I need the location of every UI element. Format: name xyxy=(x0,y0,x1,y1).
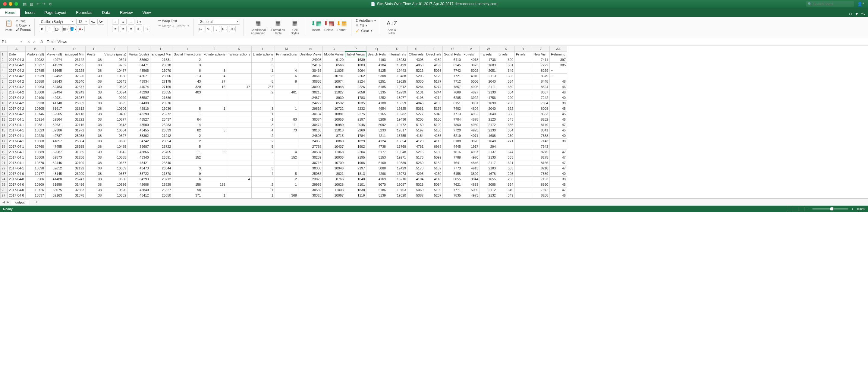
cell-B20[interactable]: 10808 xyxy=(25,155,45,160)
cell-D16[interactable]: 25958 xyxy=(63,133,86,139)
refresh-icon[interactable]: ⟳ xyxy=(49,2,52,6)
cell-AA19[interactable]: 47 xyxy=(550,149,567,155)
cell-D7[interactable]: 32577 xyxy=(63,84,86,90)
cell-O15[interactable]: 11018 xyxy=(323,127,345,133)
cell-O5[interactable]: 10791 xyxy=(323,73,345,79)
cell-M27[interactable]: 368 xyxy=(275,193,298,198)
cell-K3[interactable] xyxy=(227,62,251,68)
increase-indent-button[interactable]: ⇥ xyxy=(144,26,150,32)
cell-E10[interactable]: 38 xyxy=(86,100,103,106)
cell-Y2[interactable] xyxy=(515,57,532,62)
cell-I17[interactable]: 2 xyxy=(173,139,202,144)
cell-W26[interactable]: 2112 xyxy=(480,187,497,193)
cell-X17[interactable]: 271 xyxy=(497,139,515,144)
cell-F20[interactable]: 10555 xyxy=(103,155,128,160)
cell-V24[interactable]: 3844 xyxy=(462,176,480,182)
minimize-window-icon[interactable] xyxy=(9,2,12,6)
cell-A11[interactable]: 2017-04-2 xyxy=(7,106,25,111)
tab-page-layout[interactable]: Page Layout xyxy=(39,8,71,17)
col-header-F[interactable]: F xyxy=(103,46,128,52)
cell-E22[interactable]: 38 xyxy=(86,166,103,171)
row-header-22[interactable]: 22 xyxy=(0,166,7,171)
cell-S12[interactable]: 5277 xyxy=(407,111,425,117)
cell-V22[interactable]: 4913 xyxy=(462,166,480,171)
cell-T11[interactable]: 5176 xyxy=(425,106,443,111)
cell-X6[interactable]: 334 xyxy=(497,79,515,84)
cell-M16[interactable] xyxy=(275,133,298,139)
cell-F4[interactable]: 10487 xyxy=(103,68,128,73)
cell-O20[interactable]: 10906 xyxy=(323,155,345,160)
cell-H11[interactable]: 26036 xyxy=(150,106,173,111)
cell-C2[interactable]: 42974 xyxy=(45,57,63,62)
cell-H2[interactable]: 21531 xyxy=(150,57,173,62)
cell-W13[interactable]: 2120 xyxy=(480,117,497,122)
cell-L19[interactable]: 2 xyxy=(251,149,275,155)
cell-U10[interactable]: 6151 xyxy=(443,100,462,106)
cell-V9[interactable]: 3922 xyxy=(462,95,480,100)
cell-C20[interactable]: 52573 xyxy=(45,155,63,160)
cell-D10[interactable]: 25659 xyxy=(63,100,86,106)
cell-K6[interactable] xyxy=(227,79,251,84)
cell-U22[interactable]: 7773 xyxy=(443,166,462,171)
cell-W4[interactable]: 2051 xyxy=(480,68,497,73)
cell-G6[interactable]: 43934 xyxy=(127,79,150,84)
cell-U23[interactable]: 6158 xyxy=(443,171,462,176)
cell-G24[interactable]: 34293 xyxy=(127,176,150,182)
sheet-tab-output[interactable]: output xyxy=(11,200,29,205)
save-icon[interactable]: ▤ xyxy=(23,2,27,6)
cell-Q19[interactable]: 5177 xyxy=(366,149,387,155)
row-header-15[interactable]: 15 xyxy=(0,127,7,133)
cell-U5[interactable]: 7721 xyxy=(443,73,462,79)
cell-A26[interactable]: 2017-04-0 xyxy=(7,187,25,193)
cell-E9[interactable]: 38 xyxy=(86,95,103,100)
cell-M1[interactable]: Pi interactions xyxy=(275,52,298,57)
cell-M26[interactable] xyxy=(275,187,298,193)
cell-E4[interactable]: 38 xyxy=(86,68,103,73)
row-header-20[interactable]: 20 xyxy=(0,155,7,160)
cell-M3[interactable] xyxy=(275,62,298,68)
tab-view[interactable]: View xyxy=(138,8,156,17)
cell-S2[interactable]: 4303 xyxy=(407,57,425,62)
cell-W16[interactable]: 1608 xyxy=(480,133,497,139)
cell-T7[interactable]: 5274 xyxy=(425,84,443,90)
cell-R26[interactable]: 19763 xyxy=(387,187,407,193)
cell-X16[interactable]: 260 xyxy=(497,133,515,139)
cell-Y12[interactable] xyxy=(515,111,532,117)
cell-M14[interactable]: 11 xyxy=(275,122,298,127)
cell-G16[interactable]: 35302 xyxy=(127,133,150,139)
cell-U9[interactable]: 6285 xyxy=(443,95,462,100)
cell-K23[interactable] xyxy=(227,171,251,176)
cell-D2[interactable]: 26142 xyxy=(63,57,86,62)
cell-G4[interactable]: 43505 xyxy=(127,68,150,73)
align-middle-button[interactable]: ≡ xyxy=(120,19,127,25)
cell-V10[interactable]: 3931 xyxy=(462,100,480,106)
cell-J10[interactable] xyxy=(202,100,227,106)
cell-I4[interactable]: 8 xyxy=(173,68,202,73)
cell-Z24[interactable]: 7193 xyxy=(532,176,550,182)
cell-F1[interactable]: Visitors (posts) xyxy=(103,52,128,57)
cell-J12[interactable] xyxy=(202,111,227,117)
cell-R12[interactable]: 19282 xyxy=(387,111,407,117)
cell-Q12[interactable]: 5165 xyxy=(366,111,387,117)
cell-AA15[interactable]: 45 xyxy=(550,127,567,133)
cell-M23[interactable]: 5 xyxy=(275,171,298,176)
align-bottom-button[interactable]: ⟂ xyxy=(128,19,134,25)
col-header-R[interactable]: R xyxy=(387,46,407,52)
cell-T22[interactable]: 5182 xyxy=(425,166,443,171)
col-header-X[interactable]: X xyxy=(497,46,515,52)
cell-F6[interactable]: 10643 xyxy=(103,79,128,84)
cell-B12[interactable]: 10746 xyxy=(25,111,45,117)
cell-X11[interactable]: 322 xyxy=(497,106,515,111)
cell-T23[interactable]: 4260 xyxy=(425,171,443,176)
decrease-indent-button[interactable]: ⇤ xyxy=(135,26,142,32)
cell-Z14[interactable]: 8149 xyxy=(532,122,550,127)
cell-W1[interactable]: Tw refs xyxy=(480,52,497,57)
cell-R6[interactable]: 19625 xyxy=(387,79,407,84)
cell-G22[interactable]: 43473 xyxy=(127,166,150,171)
cell-C22[interactable]: 52612 xyxy=(45,166,63,171)
cell-Y22[interactable] xyxy=(515,166,532,171)
cell-T1[interactable]: Direct refs xyxy=(425,52,443,57)
cell-P1[interactable]: Tablet Views xyxy=(345,52,367,57)
cell-S15[interactable]: 5197 xyxy=(407,127,425,133)
cell-G10[interactable]: 34439 xyxy=(127,100,150,106)
